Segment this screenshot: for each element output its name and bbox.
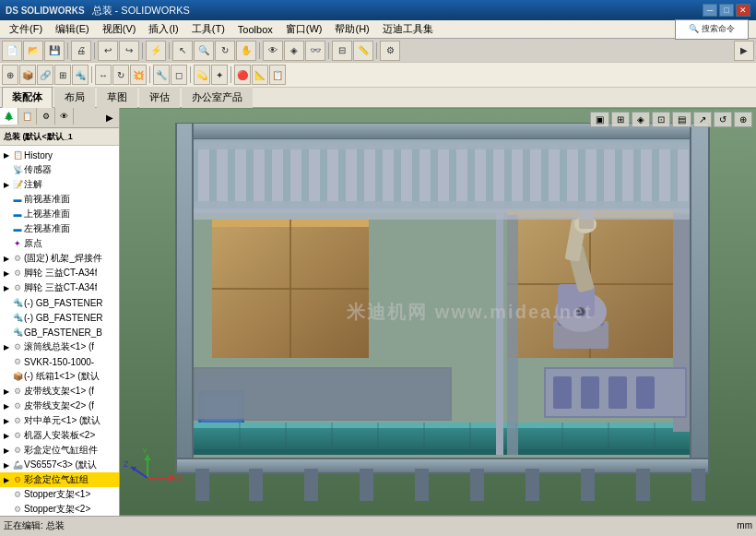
mate-btn[interactable]: 🔗 xyxy=(37,65,53,85)
history-expand[interactable]: ▶ xyxy=(2,149,11,161)
menu-tools2[interactable]: 迈迪工具集 xyxy=(377,20,439,38)
center-expand[interactable]: ▶ xyxy=(2,414,11,427)
menu-edit[interactable]: 编辑(E) xyxy=(50,20,95,38)
ref-geometry-btn[interactable]: ◻ xyxy=(171,65,187,85)
insert-new-btn[interactable]: 📦 xyxy=(19,65,36,85)
insert-comp-btn[interactable]: ⊕ xyxy=(2,65,18,85)
measure-btn[interactable]: 📏 xyxy=(353,41,373,61)
panel-expand-btn[interactable]: ▶ xyxy=(100,108,119,126)
tree-item-gb2[interactable]: 🔩 (-) GB_FASTENER xyxy=(0,310,119,325)
tree-item-history[interactable]: ▶ 📋 History xyxy=(0,148,119,162)
tree-item-front-plane[interactable]: ▬ 前视基准面 xyxy=(0,192,119,207)
frame-expand[interactable]: ▶ xyxy=(2,252,11,265)
property-tab[interactable]: 📋 xyxy=(18,108,37,125)
view-btn-rotate[interactable]: ↺ xyxy=(714,112,732,127)
zoom-btn[interactable]: 🔍 xyxy=(194,41,214,61)
window-controls[interactable]: ─ □ ✕ xyxy=(703,4,750,17)
exploded-view-btn[interactable]: 💫 xyxy=(194,65,210,85)
menu-tools[interactable]: 工具(T) xyxy=(186,20,230,38)
section-view-btn[interactable]: ⊟ xyxy=(332,41,352,61)
view-btn-4[interactable]: ⊡ xyxy=(652,112,670,127)
rotate-btn[interactable]: ↻ xyxy=(215,41,235,61)
view-btn-zoom-fit[interactable]: ⊕ xyxy=(734,112,752,127)
tree-item-origin[interactable]: ✦ 原点 xyxy=(0,236,119,251)
tree-item-notes[interactable]: ▶ 📝 注解 xyxy=(0,177,119,192)
view-orient-btn[interactable]: 👁 xyxy=(263,41,283,61)
select-btn[interactable]: ↖ xyxy=(172,41,193,61)
tree-item-top-plane[interactable]: ▬ 上视基准面 xyxy=(0,207,119,221)
tree-item-vs6557[interactable]: ▶ 🦾 VS6557<3> (默认 xyxy=(0,458,119,472)
menu-help[interactable]: 帮助(H) xyxy=(329,20,374,38)
assembly-features-btn[interactable]: 🔧 xyxy=(153,65,170,85)
view-btn-2[interactable]: ⊞ xyxy=(611,112,630,127)
options-btn[interactable]: ⚙ xyxy=(380,41,400,61)
tab-sketch[interactable]: 草图 xyxy=(97,87,137,108)
maximize-button[interactable]: □ xyxy=(719,4,734,17)
tree-item-stopper2[interactable]: ⚙ Stopper支架<2> xyxy=(0,502,119,516)
smart-fasteners-btn[interactable]: 🔩 xyxy=(72,65,89,85)
tree-item-svkr[interactable]: ⚙ SVKR-150-1000- xyxy=(0,354,119,369)
tab-office[interactable]: 办公室产品 xyxy=(182,87,253,108)
open-btn[interactable]: 📂 xyxy=(23,41,43,61)
close-button[interactable]: ✕ xyxy=(736,4,750,17)
colorbox-expand[interactable]: ▶ xyxy=(2,444,11,457)
tree-item-roller[interactable]: ▶ ⚙ 滚筒线总装<1> (f xyxy=(0,339,119,354)
notes-expand[interactable]: ▶ xyxy=(2,178,11,191)
move-comp-btn[interactable]: ↔ xyxy=(95,65,112,85)
clearance-btn[interactable]: 📐 xyxy=(252,65,268,85)
rebuild-btn[interactable]: ⚡ xyxy=(146,41,166,61)
tree-item-frame[interactable]: ▶ ⚙ (固定) 机架_焊接件 xyxy=(0,251,119,266)
foot1-expand[interactable]: ▶ xyxy=(2,267,11,280)
menu-toolbox[interactable]: Toolbox xyxy=(232,22,278,37)
view-btn-3[interactable]: ◈ xyxy=(632,112,650,127)
rotate-comp-btn[interactable]: ↻ xyxy=(112,65,129,85)
tab-assembly[interactable]: 装配体 xyxy=(2,87,53,108)
colorpos-expand[interactable]: ▶ xyxy=(2,473,11,486)
redo-btn[interactable]: ↪ xyxy=(119,41,139,61)
tree-item-center[interactable]: ▶ ⚙ 对中单元<1> (默认 xyxy=(0,413,119,428)
print-btn[interactable]: 🖨 xyxy=(71,41,91,61)
tree-item-colorbox[interactable]: ▶ ⚙ 彩盒定位气缸组件 xyxy=(0,443,119,458)
undo-btn[interactable]: ↩ xyxy=(98,41,118,61)
linear-pattern-btn[interactable]: ⊞ xyxy=(54,65,71,85)
new-btn[interactable]: 📄 xyxy=(2,41,22,61)
robot-expand[interactable]: ▶ xyxy=(2,429,11,442)
search-toolbar-btn[interactable]: 🔍 搜索命令 xyxy=(675,19,749,40)
tree-item-sensors[interactable]: 📡 传感器 xyxy=(0,162,119,177)
bill-of-materials-btn[interactable]: 📋 xyxy=(269,65,286,85)
menu-insert[interactable]: 插入(I) xyxy=(143,20,183,38)
viewport[interactable]: X Y Z 米迪机网 www.midea.net ▣ ⊞ ◈ ⊡ ▤ ↗ ↺ ⊕ xyxy=(120,108,756,516)
tree-item-foot1[interactable]: ▶ ⚙ 脚轮 三益CT-A34f xyxy=(0,266,119,280)
pan-btn[interactable]: ✋ xyxy=(236,41,256,61)
tree-item-gb1[interactable]: 🔩 (-) GB_FASTENER xyxy=(0,295,119,310)
tree-item-right-plane[interactable]: ▬ 左视基准面 xyxy=(0,221,119,236)
explode-line-btn[interactable]: ✦ xyxy=(211,65,228,85)
belt2-expand[interactable]: ▶ xyxy=(2,399,11,412)
vs6557-expand[interactable]: ▶ xyxy=(2,459,11,471)
collision-btn[interactable]: 💥 xyxy=(130,65,147,85)
menu-view[interactable]: 视图(V) xyxy=(97,20,142,38)
tree-item-belt1[interactable]: ▶ ⚙ 皮带线支架<1> (f xyxy=(0,384,119,399)
expand-btn[interactable]: ▶ xyxy=(734,41,754,61)
tree-item-colorpos[interactable]: ▶ ⚙ 彩盒定位气缸组 xyxy=(0,472,119,487)
tab-layout[interactable]: 布局 xyxy=(54,87,95,108)
tree-item-box[interactable]: 📦 (-) 纸箱1<1> (默认 xyxy=(0,369,119,384)
tree-item-foot2[interactable]: ▶ ⚙ 脚轮 三益CT-A34f xyxy=(0,280,119,295)
view-btn-1[interactable]: ▣ xyxy=(590,112,609,127)
interference-btn[interactable]: 🔴 xyxy=(234,65,251,85)
display-tab[interactable]: 👁 xyxy=(55,108,74,125)
hide-show-btn[interactable]: 👓 xyxy=(305,41,325,61)
menu-file[interactable]: 文件(F) xyxy=(4,20,48,38)
feature-tree-tab[interactable]: 🌲 xyxy=(0,108,18,125)
config-tab[interactable]: ⚙ xyxy=(37,108,55,125)
tree-item-robot[interactable]: ▶ ⚙ 机器人安装板<2> xyxy=(0,428,119,443)
foot2-expand[interactable]: ▶ xyxy=(2,281,11,294)
view-display-btn[interactable]: ◈ xyxy=(284,41,304,61)
menu-window[interactable]: 窗口(W) xyxy=(280,20,328,38)
feature-tree[interactable]: ▶ 📋 History 📡 传感器 ▶ 📝 注解 ▬ 前视基准面 xyxy=(0,146,119,516)
tree-item-belt2[interactable]: ▶ ⚙ 皮带线支架<2> (f xyxy=(0,399,119,413)
tree-item-gb3[interactable]: 🔩 GB_FASTENER_B xyxy=(0,325,119,339)
sensors-expand[interactable] xyxy=(2,163,11,176)
belt1-expand[interactable]: ▶ xyxy=(2,385,11,398)
tab-evaluate[interactable]: 评估 xyxy=(139,87,180,108)
